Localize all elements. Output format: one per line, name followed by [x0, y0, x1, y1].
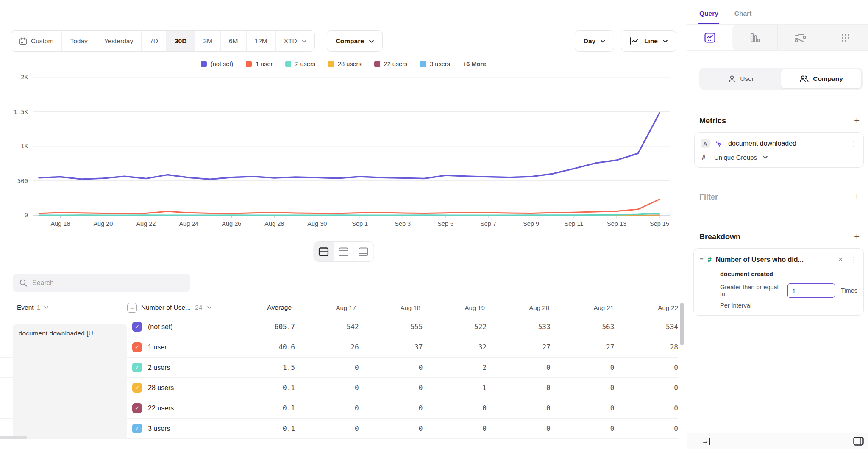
breakdown-per-interval-label[interactable]: Per Interval — [720, 302, 857, 309]
series-checkbox[interactable]: ✓ — [132, 383, 142, 393]
date-column-header[interactable]: Aug 19 — [420, 304, 485, 311]
cell-value: 0 — [551, 404, 615, 412]
cell-value: 0 — [487, 363, 551, 371]
tab-query[interactable]: Query — [699, 10, 718, 24]
legend-item[interactable]: 3 users — [420, 61, 450, 67]
breakdown-title: Breakdown — [699, 233, 740, 241]
series-checkbox[interactable]: ✓ — [132, 363, 142, 372]
people-icon — [799, 75, 809, 83]
event-column-header[interactable]: Event 1 — [13, 304, 122, 311]
date-column-header[interactable]: Aug 20 — [485, 304, 549, 311]
svg-text:Sep 15: Sep 15 — [650, 220, 669, 227]
split-view-icon — [318, 247, 328, 256]
date-column-header[interactable]: Aug 22 — [614, 304, 678, 311]
legend-item[interactable]: 1 user — [246, 61, 273, 67]
entity-user[interactable]: User — [701, 69, 781, 88]
date-column-header[interactable]: Aug 17 — [292, 304, 356, 311]
drag-handle-icon[interactable]: ≡ — [700, 256, 704, 263]
select-all-checkbox[interactable]: – — [127, 303, 137, 313]
series-column-header[interactable]: – Number of Use... 24 — [127, 303, 243, 313]
range-label: Today — [70, 37, 87, 45]
breakdown-value-input[interactable] — [787, 283, 835, 298]
panel-layout-icon[interactable] — [853, 437, 864, 446]
tab-bar-chart[interactable] — [732, 25, 778, 50]
svg-text:Aug 28: Aug 28 — [264, 220, 284, 227]
entity-company[interactable]: Company — [781, 69, 861, 88]
kebab-menu-icon[interactable]: ⋮ — [850, 255, 857, 264]
legend-swatch — [246, 61, 252, 67]
legend-more[interactable]: +6 More — [463, 61, 486, 67]
range-button-3m[interactable]: 3M — [195, 31, 221, 51]
compare-button[interactable]: Compare — [327, 30, 383, 52]
svg-text:Aug 26: Aug 26 — [222, 220, 241, 227]
svg-text:Sep 1: Sep 1 — [352, 220, 368, 227]
series-checkbox[interactable]: ✓ — [132, 342, 142, 352]
legend-label: 3 users — [430, 61, 450, 67]
range-label: XTD — [284, 37, 297, 45]
cell-value: 533 — [487, 323, 551, 331]
legend-item[interactable]: 28 users — [328, 61, 362, 67]
series-checkbox[interactable]: ✓ — [132, 322, 142, 332]
metric-letter-badge: A — [701, 139, 710, 148]
chart-type-select[interactable]: Line — [621, 30, 676, 52]
series-checkbox[interactable]: ✓ — [132, 424, 142, 433]
add-filter-button[interactable]: + — [854, 192, 860, 202]
layout-chart-only-button[interactable] — [334, 242, 353, 261]
cell-value: 0 — [295, 424, 359, 432]
tab-chart[interactable]: Chart — [734, 10, 751, 24]
breakdown-unit-label: Times — [841, 287, 857, 294]
tab-line-chart[interactable] — [687, 25, 732, 50]
cell-value: 0 — [295, 363, 359, 371]
cell-value: 0 — [614, 404, 678, 412]
collapse-panel-icon[interactable]: →| — [702, 438, 710, 445]
legend-swatch — [201, 61, 207, 67]
cell-value: 542 — [295, 323, 359, 331]
date-column-header[interactable]: Aug 21 — [549, 304, 614, 311]
date-column-header[interactable]: Aug 18 — [356, 304, 420, 311]
chevron-down-icon — [44, 306, 48, 309]
line-chart[interactable]: 05001K1.5K2KAug 18Aug 20Aug 22Aug 24Aug … — [8, 71, 687, 230]
event-name-cell[interactable]: document downloaded [U... — [13, 324, 127, 439]
interval-select[interactable]: Day — [575, 30, 614, 52]
range-button-12m[interactable]: 12M — [247, 31, 276, 51]
table-pane: Event 1 – Number of Use... 24 Average Au… — [0, 274, 687, 439]
layout-split-button[interactable] — [314, 242, 334, 261]
legend-item[interactable]: 2 users — [285, 61, 315, 67]
range-button-yesterday[interactable]: Yesterday — [96, 31, 142, 51]
table-horizontal-scrollbar[interactable] — [0, 436, 27, 439]
range-button-6m[interactable]: 6M — [221, 31, 247, 51]
range-button-custom[interactable]: Custom — [11, 31, 62, 51]
tab-flow-chart[interactable] — [778, 25, 823, 50]
breakdown-card[interactable]: ≡ # Number of Users who did... ✕ ⋮ docum… — [693, 248, 864, 316]
range-button-today[interactable]: Today — [62, 31, 96, 51]
column-divider — [306, 294, 306, 439]
legend-item[interactable]: 22 users — [374, 61, 408, 67]
table-vertical-scrollbar[interactable] — [680, 303, 684, 345]
range-label: Custom — [31, 37, 53, 45]
breakdown-condition-label[interactable]: Greater than or equal to — [720, 284, 782, 297]
layout-table-only-button[interactable] — [353, 242, 373, 261]
range-button-xtd[interactable]: XTD — [276, 31, 314, 51]
breakdown-property-name: Number of Users who did... — [716, 256, 834, 263]
add-breakdown-button[interactable]: + — [854, 232, 860, 241]
add-metric-button[interactable]: + — [854, 116, 860, 125]
close-icon[interactable]: ✕ — [838, 255, 843, 263]
series-label: 1 user — [148, 344, 245, 351]
kebab-menu-icon[interactable]: ⋮ — [850, 139, 857, 148]
app: CustomTodayYesterday7D30D3M6M12MXTD Comp… — [0, 0, 868, 449]
range-label: 7D — [150, 37, 158, 45]
metric-card[interactable]: A document downloaded ⋮ # Unique Groups — [694, 132, 864, 168]
svg-text:Aug 20: Aug 20 — [93, 220, 113, 227]
cell-value: 0 — [551, 384, 615, 392]
cell-value: 27 — [487, 343, 551, 351]
metric-aggregation[interactable]: # Unique Groups — [701, 154, 857, 161]
search-icon — [19, 279, 27, 287]
average-column-header: Average — [243, 304, 292, 311]
tab-more-charts[interactable] — [823, 25, 868, 50]
legend-item[interactable]: (not set) — [201, 61, 233, 67]
average-value: 40.6 — [245, 343, 295, 351]
range-button-30d[interactable]: 30D — [167, 31, 195, 51]
range-button-7d[interactable]: 7D — [142, 31, 167, 51]
series-checkbox[interactable]: ✓ — [132, 403, 142, 413]
search-input[interactable] — [32, 279, 183, 287]
